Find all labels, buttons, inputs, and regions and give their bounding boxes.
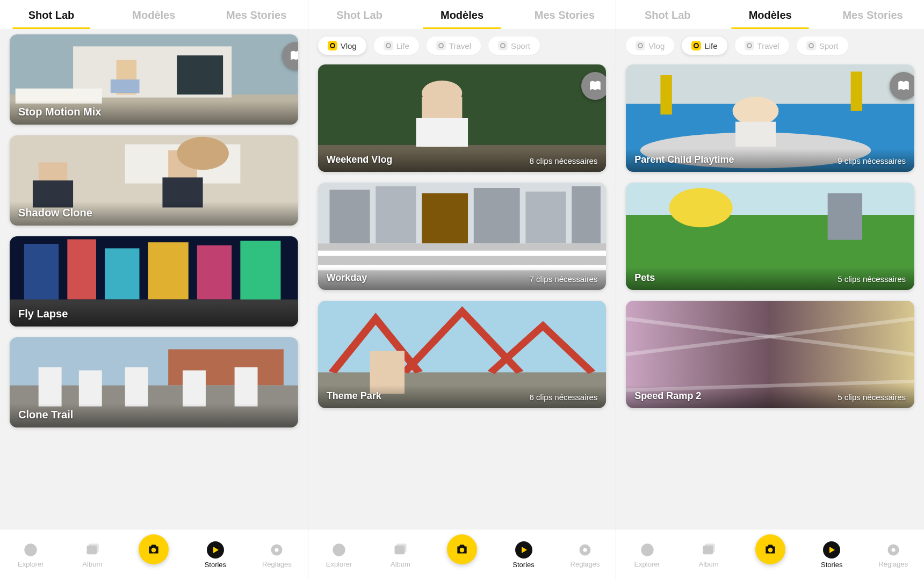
- nav-album[interactable]: Album: [68, 542, 117, 568]
- pill-icon: [328, 41, 337, 50]
- tab-shot-lab[interactable]: Shot Lab: [308, 9, 411, 29]
- pill-life[interactable]: Life: [374, 37, 419, 55]
- nav-stories[interactable]: Stories: [500, 541, 548, 569]
- card-workday[interactable]: Workday 7 clips nécessaires: [318, 183, 607, 290]
- svg-rect-64: [735, 122, 776, 147]
- compass-icon: [639, 542, 655, 558]
- nav-stories[interactable]: Stories: [191, 541, 240, 569]
- tab-modeles[interactable]: Modèles: [103, 9, 205, 29]
- card-list: Stop Motion Mix Shadow Clone: [0, 29, 308, 529]
- nav-label: Explorer: [326, 560, 352, 568]
- play-icon: [823, 541, 840, 559]
- svg-rect-77: [705, 543, 715, 552]
- nav-label: Explorer: [18, 560, 44, 568]
- nav-album[interactable]: Album: [376, 542, 424, 568]
- nav-label: Album: [391, 560, 410, 568]
- nav-reglages[interactable]: Réglages: [561, 542, 609, 568]
- gear-icon: [269, 542, 285, 558]
- svg-rect-45: [473, 188, 519, 243]
- svg-point-33: [151, 548, 156, 553]
- card-title: Pets: [634, 272, 655, 284]
- svg-rect-15: [24, 244, 59, 301]
- svg-rect-20: [240, 241, 280, 301]
- card-title: Parent Child Playtime: [634, 154, 734, 165]
- svg-rect-6: [111, 79, 140, 93]
- card-clone-trail[interactable]: Clone Trail: [10, 337, 298, 427]
- svg-rect-27: [125, 367, 148, 407]
- pill-label: Life: [704, 41, 717, 50]
- card-weekend-vlog[interactable]: Weekend Vlog 8 clips nécessaires: [318, 64, 607, 172]
- svg-rect-29: [235, 367, 258, 407]
- nav-reglages[interactable]: Réglages: [252, 542, 301, 568]
- svg-point-35: [275, 548, 279, 552]
- svg-rect-32: [89, 543, 99, 552]
- svg-rect-39: [416, 118, 468, 147]
- filter-pills: Vlog Life Travel Sport: [616, 29, 924, 59]
- guide-icon[interactable]: [890, 72, 914, 100]
- pill-travel[interactable]: Travel: [427, 37, 481, 55]
- pill-icon: [745, 41, 754, 50]
- pill-icon: [384, 41, 393, 50]
- tab-modeles[interactable]: Modèles: [411, 9, 514, 29]
- nav-label: Stories: [821, 561, 842, 569]
- card-stop-motion-mix[interactable]: Stop Motion Mix: [10, 34, 298, 125]
- svg-point-30: [25, 543, 37, 556]
- pill-label: Travel: [449, 41, 471, 50]
- card-parent-child[interactable]: Parent Child Playtime 9 clips nécessaire…: [626, 64, 914, 172]
- tab-shot-lab[interactable]: Shot Lab: [616, 9, 719, 29]
- pill-travel[interactable]: Travel: [735, 37, 789, 55]
- card-title: Clone Trail: [18, 409, 73, 421]
- pill-vlog[interactable]: Vlog: [626, 37, 674, 55]
- card-title: Speed Ramp 2: [634, 390, 701, 402]
- bottom-nav: Explorer Album Stories Réglages: [616, 529, 924, 580]
- svg-rect-17: [105, 248, 139, 299]
- nav-explorer[interactable]: Explorer: [6, 542, 55, 568]
- nav-label: Stories: [205, 561, 226, 569]
- album-icon: [701, 542, 717, 558]
- nav-reglages[interactable]: Réglages: [869, 542, 918, 568]
- card-theme-park[interactable]: Theme Park 6 clips nécessaires: [318, 301, 607, 408]
- nav-explorer[interactable]: Explorer: [315, 542, 363, 568]
- nav-camera[interactable]: [438, 545, 486, 564]
- svg-point-59: [583, 548, 587, 552]
- svg-rect-70: [828, 193, 862, 240]
- tab-modeles[interactable]: Modèles: [719, 9, 821, 29]
- album-icon: [84, 542, 100, 558]
- nav-explorer[interactable]: Explorer: [623, 542, 672, 568]
- card-title: Weekend Vlog: [327, 154, 393, 165]
- nav-album[interactable]: Album: [684, 542, 733, 568]
- tab-mes-stories[interactable]: Mes Stories: [205, 9, 308, 29]
- gear-icon: [885, 542, 901, 558]
- camera-icon: [139, 534, 169, 564]
- svg-point-57: [460, 548, 465, 553]
- pill-vlog[interactable]: Vlog: [318, 37, 366, 55]
- svg-rect-16: [67, 240, 96, 300]
- nav-camera[interactable]: [746, 545, 795, 564]
- card-shadow-clone[interactable]: Shadow Clone: [10, 135, 298, 226]
- nav-stories[interactable]: Stories: [807, 541, 856, 569]
- svg-point-54: [333, 543, 345, 556]
- pill-life[interactable]: Life: [682, 37, 727, 55]
- pill-icon: [806, 41, 816, 50]
- bottom-nav: Explorer Album Stories Réglages: [0, 529, 308, 580]
- pill-sport[interactable]: Sport: [488, 37, 540, 55]
- compass-icon: [331, 542, 347, 558]
- nav-camera[interactable]: [129, 545, 178, 564]
- card-speed-ramp[interactable]: Speed Ramp 2 5 clips nécessaires: [626, 301, 914, 408]
- card-meta: 7 clips nécessaires: [530, 274, 598, 284]
- play-icon: [207, 541, 224, 559]
- svg-rect-26: [79, 371, 102, 407]
- tab-shot-lab[interactable]: Shot Lab: [0, 9, 103, 29]
- guide-icon[interactable]: [581, 72, 606, 100]
- pill-label: Life: [396, 41, 409, 50]
- card-fly-lapse[interactable]: Fly Lapse: [10, 236, 298, 327]
- pill-sport[interactable]: Sport: [797, 37, 848, 55]
- album-icon: [392, 542, 408, 558]
- camera-icon: [447, 534, 477, 564]
- svg-rect-46: [525, 192, 566, 244]
- card-pets[interactable]: Pets 5 clips nécessaires: [626, 183, 914, 290]
- card-list: Parent Child Playtime 9 clips nécessaire…: [616, 59, 924, 529]
- tab-mes-stories[interactable]: Mes Stories: [513, 9, 616, 29]
- pill-icon: [636, 41, 645, 50]
- tab-mes-stories[interactable]: Mes Stories: [821, 9, 924, 29]
